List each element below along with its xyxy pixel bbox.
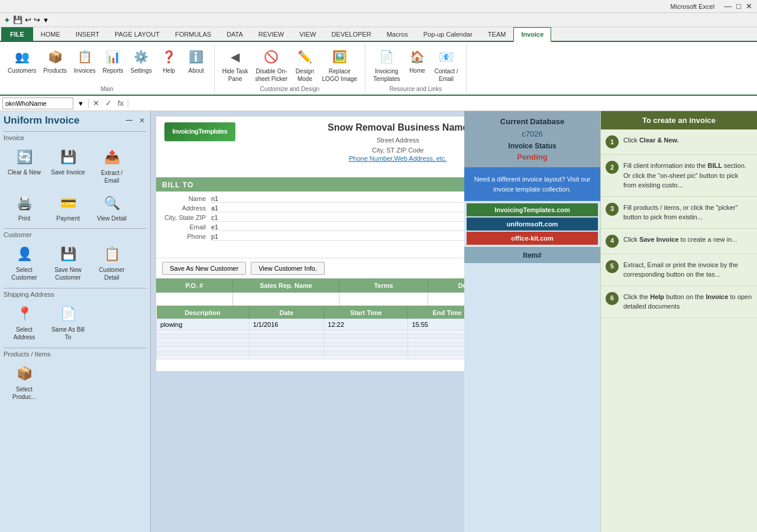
view-detail-btn[interactable]: 🔍 View Detail xyxy=(91,190,132,225)
item-2-start[interactable] xyxy=(324,335,408,339)
item-0-description[interactable]: plowing xyxy=(157,319,250,330)
company-phone[interactable]: Phone Number,Web Address, etc. xyxy=(241,155,464,162)
design-mode-button[interactable]: ✏️ DesignMode xyxy=(292,46,318,85)
name-box-dropdown[interactable]: ▼ xyxy=(76,100,86,107)
minimize-btn[interactable]: — xyxy=(724,2,732,11)
item-3-description[interactable] xyxy=(157,339,250,343)
cancel-icon[interactable]: ✕ xyxy=(91,99,101,108)
disable-onsheet-button[interactable]: 🚫 Disable On-sheet Picker xyxy=(252,46,290,85)
save-quickaccess-btn[interactable]: 💾 xyxy=(13,15,22,24)
name-box[interactable] xyxy=(2,98,73,109)
item-7-end[interactable] xyxy=(408,355,464,359)
products-button[interactable]: 📦 Products xyxy=(40,46,69,76)
select-product-btn[interactable]: 📦 SelectProduc... xyxy=(4,360,45,404)
item-0-end[interactable]: 15:55 xyxy=(408,319,464,330)
tab-data[interactable]: DATA xyxy=(219,27,251,41)
settings-button[interactable]: ⚙️ Settings xyxy=(128,46,155,76)
sidebar-minimize-btn[interactable]: — xyxy=(124,116,135,125)
redo-btn[interactable]: ↪ xyxy=(34,15,40,24)
item-5-start[interactable] xyxy=(324,347,408,351)
link-office-kit[interactable]: office-kit.com xyxy=(467,232,598,245)
item-5-end[interactable] xyxy=(408,347,464,351)
maximize-btn[interactable]: □ xyxy=(736,2,741,11)
bill-email-value[interactable]: e1 xyxy=(211,223,464,231)
item-7-date[interactable] xyxy=(249,355,324,359)
save-as-new-customer-btn[interactable]: Save As New Customer xyxy=(162,262,246,275)
item-6-date[interactable] xyxy=(249,351,324,355)
item-2-date[interactable] xyxy=(249,335,324,339)
bill-name-value[interactable]: n1 xyxy=(211,195,464,203)
save-invoice-btn[interactable]: 💾 Save Invoice xyxy=(47,144,89,187)
tab-page-layout[interactable]: PAGE LAYOUT xyxy=(107,27,167,41)
customize-quickaccess-btn[interactable]: ▼ xyxy=(43,17,49,24)
item-6-start[interactable] xyxy=(324,351,408,355)
print-btn[interactable]: 🖨️ Print xyxy=(4,190,45,225)
tab-invoice[interactable]: Invoice xyxy=(513,27,551,42)
link-uniformsoft[interactable]: uniformsoft.com xyxy=(467,218,598,231)
close-btn[interactable]: ✕ xyxy=(746,2,752,11)
contact-email-button[interactable]: 📧 Contact /Email xyxy=(431,46,461,85)
sidebar-close-btn[interactable]: ✕ xyxy=(137,116,147,125)
item-1-date[interactable] xyxy=(249,330,324,335)
view-customer-info-btn[interactable]: View Customer Info. xyxy=(251,262,325,275)
po-value-0[interactable] xyxy=(156,293,233,306)
customers-button[interactable]: 👥 Customers xyxy=(5,46,39,76)
reports-button[interactable]: 📊 Reports xyxy=(100,46,127,76)
formula-input[interactable] xyxy=(131,99,755,108)
item-3-date[interactable] xyxy=(249,339,324,343)
item-3-end[interactable] xyxy=(408,339,464,343)
item-6-end[interactable] xyxy=(408,351,464,355)
bill-phone-value[interactable]: p1 xyxy=(211,233,464,241)
item-0-start[interactable]: 12:22 xyxy=(324,319,408,330)
select-address-btn[interactable]: 📍 SelectAddress xyxy=(4,300,45,344)
tab-formulas[interactable]: FORMULAS xyxy=(167,27,219,41)
tab-view[interactable]: VIEW xyxy=(292,27,323,41)
save-new-customer-btn[interactable]: 💾 Save NewCustomer xyxy=(47,241,89,284)
item-4-description[interactable] xyxy=(157,343,250,347)
item-7-description[interactable] xyxy=(157,355,250,359)
bill-address-value[interactable]: a1 xyxy=(211,205,464,212)
item-4-end[interactable] xyxy=(408,343,464,347)
tab-insert[interactable]: INSERT xyxy=(68,27,107,41)
customer-detail-btn[interactable]: 📋 CustomerDetail xyxy=(91,241,132,284)
payment-btn[interactable]: 💳 Payment xyxy=(47,190,89,225)
item-0-date[interactable]: 1/1/2016 xyxy=(249,319,324,330)
bill-citystate-value[interactable]: c1 xyxy=(211,214,464,222)
item-6-description[interactable] xyxy=(157,351,250,355)
po-value-2[interactable] xyxy=(339,293,428,306)
home-resource-button[interactable]: 🏠 Home xyxy=(404,46,430,76)
item-3-start[interactable] xyxy=(324,339,408,343)
tab-file[interactable]: FILE xyxy=(1,27,33,41)
help-button[interactable]: ❓ Help xyxy=(156,46,182,76)
po-value-1[interactable] xyxy=(233,293,339,306)
tab-popup-calendar[interactable]: Pop-up Calendar xyxy=(416,27,480,41)
item-4-start[interactable] xyxy=(324,343,408,347)
item-2-end[interactable] xyxy=(408,335,464,339)
item-5-description[interactable] xyxy=(157,347,250,351)
item-1-description[interactable] xyxy=(157,330,250,335)
about-button[interactable]: ℹ️ About xyxy=(183,46,209,76)
po-value-3[interactable] xyxy=(428,293,464,306)
tab-team[interactable]: TEAM xyxy=(480,27,514,41)
confirm-icon[interactable]: ✓ xyxy=(103,99,114,108)
tab-review[interactable]: REVIEW xyxy=(251,27,292,41)
extract-email-btn[interactable]: 📤 Extract /Email xyxy=(91,144,132,187)
undo-btn[interactable]: ↩ xyxy=(25,15,31,24)
item-4-date[interactable] xyxy=(249,343,324,347)
invoicing-templates-button[interactable]: 📄 InvoicingTemplates xyxy=(370,46,403,85)
tab-developer[interactable]: DEVELOPER xyxy=(323,27,378,41)
fx-icon[interactable]: fx xyxy=(116,99,125,108)
tab-home[interactable]: HOME xyxy=(33,27,68,41)
replace-logo-button[interactable]: 🖼️ ReplaceLOGO Image xyxy=(319,46,360,85)
item-1-start[interactable] xyxy=(324,330,408,335)
link-invoicing-templates[interactable]: InvoicingTemplates.com xyxy=(467,203,598,216)
invoices-button[interactable]: 📋 Invoices xyxy=(71,46,99,76)
item-7-start[interactable] xyxy=(324,355,408,359)
same-as-bill-btn[interactable]: 📄 Same As BillTo xyxy=(47,300,89,344)
clear-new-btn[interactable]: 🔄 Clear & New xyxy=(4,144,45,187)
hide-task-pane-button[interactable]: ◀ Hide TaskPane xyxy=(219,46,251,85)
select-customer-btn[interactable]: 👤 SelectCustomer xyxy=(4,241,45,284)
item-5-date[interactable] xyxy=(249,347,324,351)
item-1-end[interactable] xyxy=(408,330,464,335)
tab-macros[interactable]: Macros xyxy=(379,27,416,41)
